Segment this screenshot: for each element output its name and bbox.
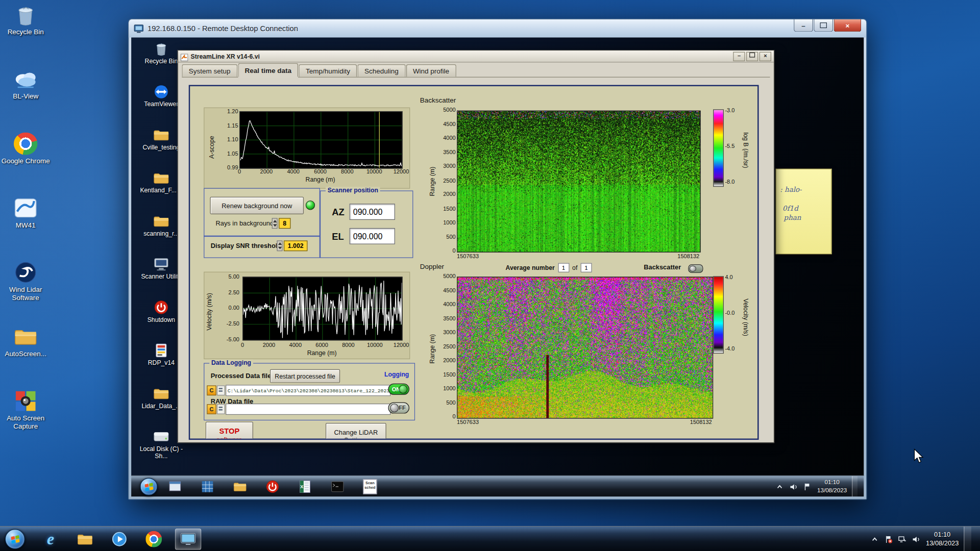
desktop-icon-wind-lidar-software[interactable]: Wind Lidar Software: [1, 261, 50, 325]
drive-badge[interactable]: C: [207, 386, 216, 396]
host-desktop-icons: Recycle BinBL-ViewGoogle ChromeMW41Wind …: [1, 4, 50, 454]
tab-system-setup[interactable]: System setup: [182, 64, 237, 77]
logging-label: Logging: [384, 371, 409, 378]
taskbar-scan-sched-icon[interactable]: Scansched: [359, 478, 381, 495]
data-logging-group: Data Logging Processed Data file Restart…: [204, 363, 415, 420]
processed-path-input[interactable]: C:\Lidar\Data\Proc\2023\202308\20230813\…: [226, 385, 390, 396]
change-lidar-settings-button[interactable]: Change LiDAR Settings: [326, 423, 386, 440]
cloud-app-icon: [14, 68, 38, 90]
tick-label: 500: [446, 234, 455, 240]
tick-label: 5000: [443, 108, 456, 113]
rdp-clock[interactable]: 01:10 13/08/2023: [817, 479, 847, 494]
recycle-bin-icon: [153, 41, 169, 56]
rays-value-field[interactable]: 8: [279, 218, 290, 229]
ascope-ylabel: A-scope: [208, 123, 215, 170]
backscatter-x-axis-labels: 1507633 1508132: [457, 253, 699, 259]
rays-in-background-label: Rays in background: [215, 219, 274, 227]
tick-label: 8000: [335, 169, 360, 175]
desktop-icon-recycle-bin[interactable]: Recycle Bin: [1, 4, 50, 68]
taskbar-explorer-icon[interactable]: [72, 528, 98, 549]
desktop-icon-google-chrome[interactable]: Google Chrome: [1, 133, 50, 197]
tray-expand-icon[interactable]: [871, 535, 879, 543]
tick-label: 2000: [443, 358, 456, 364]
taskbar-blue-grid-app-icon[interactable]: [196, 478, 218, 495]
el-field[interactable]: 090.000: [349, 228, 395, 244]
rays-spinner[interactable]: [272, 218, 278, 229]
tick-label: 5.00: [229, 273, 239, 280]
rdp-maximize-button[interactable]: [814, 19, 833, 32]
rdp-minimize-button[interactable]: –: [794, 19, 813, 32]
processed-logging-toggle[interactable]: ON: [388, 384, 409, 395]
raw-logging-toggle[interactable]: OFF: [388, 403, 409, 414]
tab-temp-humidity[interactable]: Temp/humidity: [299, 64, 357, 77]
backscatter-toggle[interactable]: [688, 264, 703, 273]
average-number-field[interactable]: 1: [558, 263, 569, 272]
volume-icon[interactable]: [912, 535, 920, 543]
processed-data-file-label: Processed Data file: [211, 372, 272, 380]
labview-titlebar[interactable]: StreamLine XR v14-6.vi – ×: [178, 51, 774, 62]
tray-expand-icon[interactable]: [776, 482, 784, 490]
desktop-icon-mw41[interactable]: MW41: [1, 197, 50, 261]
raw-path-input[interactable]: [226, 404, 390, 415]
tick-label: 4000: [281, 169, 306, 175]
renew-background-button[interactable]: Renew background now: [210, 197, 304, 214]
tab-scheduling[interactable]: Scheduling: [358, 64, 406, 77]
average-of-field[interactable]: 1: [580, 263, 592, 272]
network-icon[interactable]: [898, 535, 906, 543]
rdp-close-button[interactable]: ×: [834, 19, 861, 32]
tick-label: 10000: [362, 342, 387, 348]
tab-real-time-data[interactable]: Real time data: [238, 63, 298, 77]
taskbar-rdp-taskbar-icon[interactable]: [175, 528, 201, 549]
host-clock[interactable]: 01:10 13/08/2023: [926, 530, 959, 547]
host-show-desktop-button[interactable]: [964, 527, 971, 551]
taskbar-console-app-icon[interactable]: [326, 478, 349, 495]
labview-close-button[interactable]: ×: [760, 52, 771, 61]
rdp-show-desktop-button[interactable]: [852, 476, 857, 496]
browse-icon[interactable]: [217, 404, 225, 414]
drive-badge[interactable]: C: [207, 404, 216, 414]
rdp-start-button[interactable]: [140, 478, 157, 495]
tick-label: 4500: [443, 121, 456, 127]
tab-wind-profile[interactable]: Wind profile: [406, 64, 456, 77]
rdp-titlebar[interactable]: 192.168.0.150 - Remote Desktop Connectio…: [129, 19, 866, 38]
host-desktop: Recycle BinBL-ViewGoogle ChromeMW41Wind …: [0, 0, 980, 551]
tick-label: 2000: [254, 169, 279, 175]
tick-label: 0.00: [229, 305, 239, 311]
host-start-button[interactable]: [5, 529, 25, 549]
tick-label: 4.0: [725, 274, 734, 281]
desktop-icon-label: AutoScreen...: [1, 350, 50, 358]
labview-maximize-button[interactable]: [746, 52, 758, 61]
doppler-colorbar-ticks: 4.0-0.0-4.0: [725, 274, 734, 352]
taskbar-power-app-icon[interactable]: [261, 478, 284, 495]
action-center-flag-icon[interactable]: [885, 535, 893, 543]
folder-icon: [153, 386, 169, 401]
desktop-icon-bl-view[interactable]: BL-View: [1, 68, 50, 132]
taskbar-window-app-icon[interactable]: [164, 478, 186, 495]
taskbar-folder-app-icon[interactable]: [229, 478, 251, 495]
az-label: AZ: [332, 207, 344, 217]
snr-spinner[interactable]: [277, 240, 282, 251]
action-center-flag-icon[interactable]: [803, 482, 812, 490]
taskbar-media-player-icon[interactable]: [106, 528, 132, 549]
browse-icon[interactable]: [217, 386, 225, 396]
snr-value-field[interactable]: 1.002: [284, 240, 308, 251]
tick-label: 1.05: [227, 150, 238, 156]
stop-software-button[interactable]: STOP software: [206, 422, 253, 440]
rdp-window-title: 192.168.0.150 - Remote Desktop Connectio…: [148, 24, 298, 33]
tick-label: -2.50: [227, 320, 239, 327]
labview-minimize-button[interactable]: –: [733, 52, 745, 61]
screen: Recycle BinBL-ViewGoogle ChromeMW41Wind …: [0, 0, 980, 551]
scanner-position-title: Scanner position: [326, 187, 380, 193]
chrome-icon: [14, 133, 38, 155]
az-field[interactable]: 090.000: [349, 204, 395, 220]
taskbar-ie-icon[interactable]: e: [37, 528, 63, 549]
desktop-icon-autoscreen[interactable]: AutoScreen...: [1, 325, 50, 390]
taskbar-spreadsheet-app-icon[interactable]: X: [294, 478, 316, 495]
scanner-utility-icon: [153, 257, 169, 271]
taskbar-chrome-taskbar-icon[interactable]: [141, 528, 167, 549]
doppler-x-axis-labels: 1507633 1508132: [457, 419, 712, 425]
restart-processed-file-button[interactable]: Restart processed file: [270, 369, 340, 383]
volume-icon[interactable]: [790, 482, 798, 490]
desktop-icon-auto-screen-capture[interactable]: Auto Screen Capture: [1, 390, 50, 454]
sticky-note-line: 0f1d: [782, 204, 798, 212]
